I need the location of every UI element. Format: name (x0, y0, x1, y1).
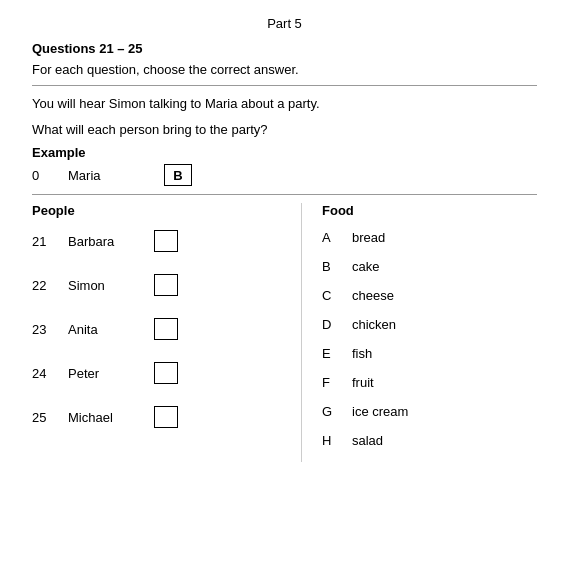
divider-bottom (32, 194, 537, 195)
food-letter: H (322, 433, 338, 448)
food-letter: A (322, 230, 338, 245)
food-letter: F (322, 375, 338, 390)
questions-range: Questions 21 – 25 (32, 41, 537, 56)
list-item: A bread (322, 230, 537, 245)
main-content: People 21 Barbara 22 Simon 23 Anita 24 P… (32, 203, 537, 462)
table-row: 22 Simon (32, 274, 291, 296)
list-item: H salad (322, 433, 537, 448)
food-header: Food (322, 203, 537, 218)
person-name: Peter (68, 366, 138, 381)
context-line2: What will each person bring to the party… (32, 120, 537, 140)
answer-input-23[interactable] (154, 318, 178, 340)
food-name: salad (352, 433, 383, 448)
part-title: Part 5 (32, 16, 537, 31)
list-item: E fish (322, 346, 537, 361)
divider-top (32, 85, 537, 86)
table-row: 21 Barbara (32, 230, 291, 252)
food-letter: C (322, 288, 338, 303)
list-item: B cake (322, 259, 537, 274)
food-section: Food A bread B cake C cheese D chicken E… (302, 203, 537, 462)
list-item: F fruit (322, 375, 537, 390)
person-name: Simon (68, 278, 138, 293)
answer-input-24[interactable] (154, 362, 178, 384)
question-number: 23 (32, 322, 52, 337)
person-name: Anita (68, 322, 138, 337)
food-name: cake (352, 259, 379, 274)
food-letter: B (322, 259, 338, 274)
people-header: People (32, 203, 291, 218)
example-answer-box: B (164, 164, 192, 186)
answer-input-22[interactable] (154, 274, 178, 296)
table-row: 25 Michael (32, 406, 291, 428)
example-label: Example (32, 145, 537, 160)
context-line1: You will hear Simon talking to Maria abo… (32, 94, 537, 114)
food-name: ice cream (352, 404, 408, 419)
table-row: 24 Peter (32, 362, 291, 384)
question-number: 21 (32, 234, 52, 249)
table-row: 23 Anita (32, 318, 291, 340)
example-name: Maria (68, 168, 148, 183)
food-name: fruit (352, 375, 374, 390)
question-number: 24 (32, 366, 52, 381)
page: Part 5 Questions 21 – 25 For each questi… (0, 0, 569, 579)
food-letter: G (322, 404, 338, 419)
food-name: fish (352, 346, 372, 361)
question-number: 25 (32, 410, 52, 425)
food-letter: D (322, 317, 338, 332)
list-item: D chicken (322, 317, 537, 332)
person-name: Michael (68, 410, 138, 425)
food-name: bread (352, 230, 385, 245)
example-number: 0 (32, 168, 52, 183)
people-section: People 21 Barbara 22 Simon 23 Anita 24 P… (32, 203, 302, 462)
answer-input-21[interactable] (154, 230, 178, 252)
food-name: chicken (352, 317, 396, 332)
list-item: C cheese (322, 288, 537, 303)
question-number: 22 (32, 278, 52, 293)
instruction: For each question, choose the correct an… (32, 62, 537, 77)
food-name: cheese (352, 288, 394, 303)
list-item: G ice cream (322, 404, 537, 419)
example-row: 0 Maria B (32, 164, 537, 186)
answer-input-25[interactable] (154, 406, 178, 428)
food-letter: E (322, 346, 338, 361)
person-name: Barbara (68, 234, 138, 249)
